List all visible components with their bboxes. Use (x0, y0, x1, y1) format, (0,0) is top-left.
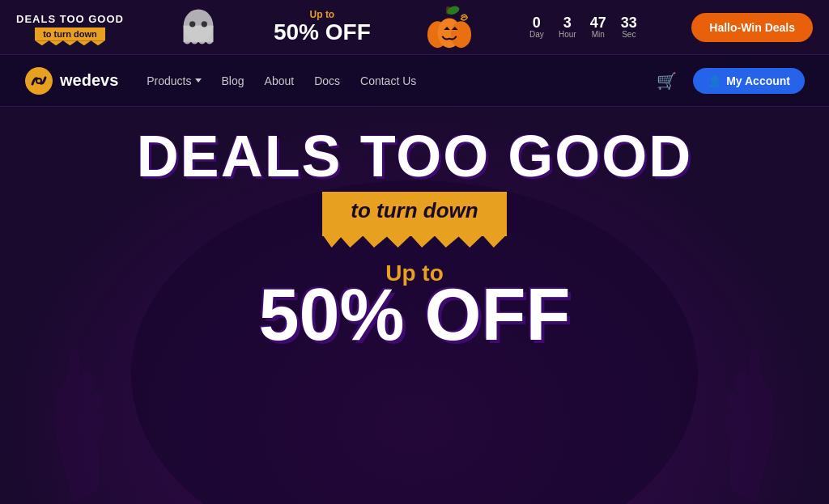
countdown: 0 Day 3 Hour 47 Min 33 Sec (525, 15, 641, 39)
nav-products-item[interactable]: Products (147, 74, 201, 87)
nav-contact-item[interactable]: Contact Us (360, 74, 416, 88)
nav-docs-item[interactable]: Docs (314, 74, 340, 88)
countdown-sec-value: 33 (621, 15, 637, 30)
hero-hand-left-icon (24, 302, 121, 504)
logo-text: wedevs (60, 71, 118, 90)
banner-deals-text: DEALS TOO GOOD to turn down (16, 14, 124, 40)
account-button[interactable]: 👤 My Account (693, 68, 805, 94)
nav-blog-link[interactable]: Blog (222, 74, 244, 87)
banner-cta-button[interactable]: Hallo-Win Deals (691, 13, 813, 42)
navbar-right: 🛒 👤 My Account (657, 68, 805, 94)
nav-contact-link[interactable]: Contact Us (360, 74, 416, 87)
nav-about-item[interactable]: About (265, 74, 295, 88)
banner-bar: DEALS TOO GOOD to turn down Up to 50% OF… (0, 0, 829, 55)
cart-icon: 🛒 (657, 72, 677, 90)
countdown-sec-label: Sec (622, 30, 636, 39)
countdown-sec: 33 Sec (617, 15, 641, 39)
chevron-down-icon (195, 78, 202, 83)
countdown-min: 47 Min (586, 15, 610, 39)
countdown-day-label: Day (529, 30, 544, 39)
cart-button[interactable]: 🛒 (657, 71, 677, 91)
countdown-day-value: 0 (533, 15, 541, 30)
svg-point-13 (37, 79, 40, 83)
countdown-min-label: Min (592, 30, 605, 39)
navbar-left: wedevs Products Blog About Docs Contact … (24, 66, 416, 95)
svg-point-3 (202, 21, 207, 27)
banner-deals-bottom: to turn down (35, 28, 105, 40)
nav-blog-item[interactable]: Blog (222, 74, 244, 88)
countdown-hour: 3 Hour (555, 15, 580, 39)
hero-subtitle-text: to turn down (351, 198, 478, 222)
countdown-hour-value: 3 (563, 15, 572, 30)
svg-point-8 (451, 21, 471, 48)
hero-section: DEALS TOO GOOD to turn down Up to 50% OF… (0, 107, 829, 504)
banner-off-text: 50% OFF (274, 20, 371, 45)
banner-pumpkin-icon (421, 5, 474, 49)
hero-subtitle-wrapper: to turn down (322, 192, 506, 236)
hero-title: DEALS TOO GOOD (137, 127, 693, 185)
nav-products-link[interactable]: Products (147, 74, 201, 87)
countdown-day: 0 Day (525, 15, 549, 39)
banner-upto-text: Up to (310, 10, 335, 20)
banner-off-block: Up to 50% OFF (274, 10, 371, 45)
user-icon: 👤 (708, 74, 721, 87)
logo-icon (24, 66, 53, 95)
hero-hand-right-icon (708, 302, 805, 504)
countdown-hour-label: Hour (559, 30, 576, 39)
banner-deals-top: DEALS TOO GOOD (16, 14, 124, 25)
svg-point-2 (189, 21, 195, 27)
banner-ghost-icon (174, 5, 223, 49)
nav-docs-link[interactable]: Docs (314, 74, 340, 87)
nav-about-link[interactable]: About (265, 74, 295, 87)
hero-discount-text: 50% OFF (258, 278, 570, 351)
hero-subtitle-bg: to turn down (322, 192, 506, 236)
navbar: wedevs Products Blog About Docs Contact … (0, 55, 829, 107)
account-label: My Account (726, 74, 790, 87)
countdown-min-value: 47 (590, 15, 606, 30)
logo[interactable]: wedevs (24, 66, 118, 95)
nav-links: Products Blog About Docs Contact Us (147, 74, 416, 88)
